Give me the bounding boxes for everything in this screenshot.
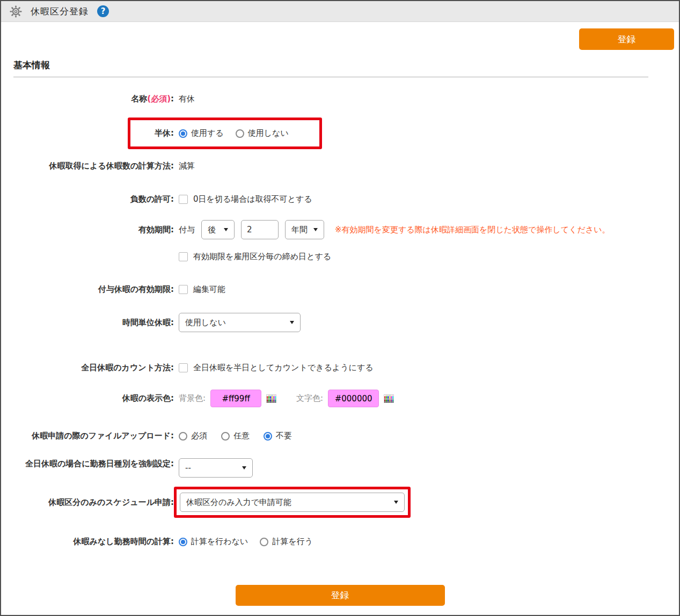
row-deemed-work-calc: 休暇みなし勤務時間の計算: 計算を行わない 計算を行う bbox=[1, 536, 679, 547]
radio-unselected-icon[interactable] bbox=[236, 129, 244, 138]
gear-icon bbox=[10, 5, 22, 18]
row-calc-method: 休暇取得による休暇数の計算方法: 減算 bbox=[1, 160, 679, 172]
full-day-count-checkbox-label[interactable]: 全日休暇を半日としてカウントできるようにする bbox=[193, 363, 374, 373]
negative-allow-checkbox-label[interactable]: 0日を切る場合は取得不可とする bbox=[193, 194, 312, 204]
color-palette-icon[interactable] bbox=[384, 394, 394, 403]
row-half-day: 半休: 使用する 使用しない bbox=[1, 118, 679, 149]
top-action-bar: 登録 bbox=[1, 28, 674, 50]
row-schedule-request: 休暇区分のみのスケジュール申請: 休暇区分のみ入力で申請可能 bbox=[1, 487, 679, 518]
radio-selected-icon[interactable] bbox=[179, 538, 187, 546]
required-badge: (必須) bbox=[147, 94, 171, 104]
hourly-leave-label: 時間単位休暇: bbox=[1, 317, 174, 328]
register-button-top[interactable]: 登録 bbox=[579, 28, 674, 50]
validity-period-label: 有効期間: bbox=[1, 224, 174, 236]
row-forced-worktype: 全日休暇の場合に勤務日種別を強制設定: -- bbox=[1, 458, 679, 478]
row-validity-closing-day: 有効期限を雇用区分毎の締め日とする bbox=[1, 252, 679, 262]
register-button-bottom[interactable]: 登録 bbox=[236, 585, 445, 606]
file-upload-label: 休暇申請の際のファイルアップロード: bbox=[1, 430, 174, 442]
row-name: 名称(必須): 有休 bbox=[1, 93, 679, 105]
calc-method-value: 減算 bbox=[179, 161, 195, 171]
row-full-day-count: 全日休暇のカウント方法: 全日休暇を半日としてカウントできるようにする bbox=[1, 362, 679, 373]
section-basic-info: 基本情報 bbox=[13, 59, 648, 78]
vacation-category-registration-page: 休暇区分登録 ? 登録 基本情報 名称(必須): 有休 半休: 使用する 使用し… bbox=[0, 0, 680, 616]
color-palette-icon[interactable] bbox=[266, 394, 276, 403]
dropdown-arrow-icon bbox=[224, 228, 228, 231]
negative-allow-label: 負数の許可: bbox=[1, 194, 174, 205]
row-file-upload: 休暇申請の際のファイルアップロード: 必須 任意 不要 bbox=[1, 430, 679, 442]
bottom-action-bar: 登録 bbox=[1, 585, 679, 606]
deemed-work-option-no-calc[interactable]: 計算を行わない bbox=[179, 537, 248, 547]
dropdown-arrow-icon bbox=[242, 466, 246, 470]
validity-closing-day-checkbox[interactable] bbox=[179, 252, 188, 261]
granted-expiry-checkbox[interactable] bbox=[179, 285, 188, 294]
dropdown-arrow-icon bbox=[313, 228, 318, 231]
row-validity-period: 有効期間: 付与 後 年間 ※有効期間を変更する際は休暇詳細画面を閉じた状態で操… bbox=[1, 220, 679, 239]
validity-timing-select[interactable]: 後 bbox=[201, 220, 235, 239]
deemed-work-option-calc[interactable]: 計算を行う bbox=[260, 537, 313, 547]
half-day-option-use[interactable]: 使用する bbox=[179, 128, 224, 138]
help-icon[interactable]: ? bbox=[97, 5, 109, 17]
title-bar: 休暇区分登録 ? bbox=[1, 1, 679, 22]
radio-selected-icon[interactable] bbox=[179, 129, 187, 138]
calc-method-label: 休暇取得による休暇数の計算方法: bbox=[1, 160, 174, 172]
file-upload-option-unnecessary[interactable]: 不要 bbox=[264, 431, 292, 441]
row-granted-expiry: 付与休暇の有効期限: 編集可能 bbox=[1, 284, 679, 295]
dropdown-arrow-icon bbox=[290, 321, 294, 324]
granted-expiry-label: 付与休暇の有効期限: bbox=[1, 284, 174, 295]
name-value: 有休 bbox=[179, 94, 195, 104]
full-day-count-checkbox[interactable] bbox=[179, 363, 188, 372]
text-color-label: 文字色: bbox=[296, 393, 323, 404]
forced-worktype-select[interactable]: -- bbox=[179, 458, 253, 478]
row-display-color: 休暇の表示色: 背景色: 文字色: bbox=[1, 390, 679, 407]
full-day-count-label: 全日休暇のカウント方法: bbox=[1, 362, 174, 373]
validity-amount-input[interactable] bbox=[241, 220, 279, 239]
validity-closing-day-checkbox-label[interactable]: 有効期限を雇用区分毎の締め日とする bbox=[193, 252, 331, 262]
text-color-input[interactable] bbox=[328, 390, 379, 407]
bg-color-label: 背景色: bbox=[179, 393, 206, 404]
deemed-work-calc-label: 休暇みなし勤務時間の計算: bbox=[1, 536, 174, 547]
file-upload-option-optional[interactable]: 任意 bbox=[221, 431, 250, 441]
radio-selected-icon[interactable] bbox=[264, 432, 272, 441]
schedule-request-select[interactable]: 休暇区分のみ入力で申請可能 bbox=[180, 493, 405, 512]
bg-color-input[interactable] bbox=[210, 390, 261, 407]
file-upload-option-required[interactable]: 必須 bbox=[179, 431, 207, 441]
highlight-box-half-day: 半休: 使用する 使用しない bbox=[128, 118, 322, 149]
half-day-label: 半休: bbox=[137, 128, 174, 138]
display-color-label: 休暇の表示色: bbox=[1, 393, 174, 404]
validity-warning-note: ※有効期間を変更する際は休暇詳細画面を閉じた状態で操作してください。 bbox=[335, 225, 610, 235]
negative-allow-checkbox[interactable] bbox=[179, 195, 188, 204]
highlight-box-schedule-request: 休暇区分のみ入力で申請可能 bbox=[174, 487, 411, 518]
row-negative-allow: 負数の許可: 0日を切る場合は取得不可とする bbox=[1, 194, 679, 205]
radio-unselected-icon[interactable] bbox=[221, 432, 230, 441]
name-label: 名称(必須): bbox=[1, 93, 174, 105]
radio-unselected-icon[interactable] bbox=[179, 432, 187, 441]
section-title: 基本情報 bbox=[13, 59, 648, 71]
validity-unit-select[interactable]: 年間 bbox=[285, 220, 324, 239]
radio-unselected-icon[interactable] bbox=[260, 538, 268, 546]
row-hourly-leave: 時間単位休暇: 使用しない bbox=[1, 313, 679, 332]
granted-expiry-checkbox-label[interactable]: 編集可能 bbox=[193, 284, 225, 295]
validity-prefix: 付与 bbox=[179, 225, 195, 235]
page-title: 休暇区分登録 bbox=[31, 5, 89, 18]
schedule-request-label: 休暇区分のみのスケジュール申請: bbox=[1, 497, 174, 508]
hourly-leave-select[interactable]: 使用しない bbox=[179, 313, 301, 332]
half-day-option-no-use[interactable]: 使用しない bbox=[236, 128, 289, 138]
dropdown-arrow-icon bbox=[394, 501, 398, 504]
forced-worktype-label: 全日休暇の場合に勤務日種別を強制設定: bbox=[1, 458, 174, 470]
